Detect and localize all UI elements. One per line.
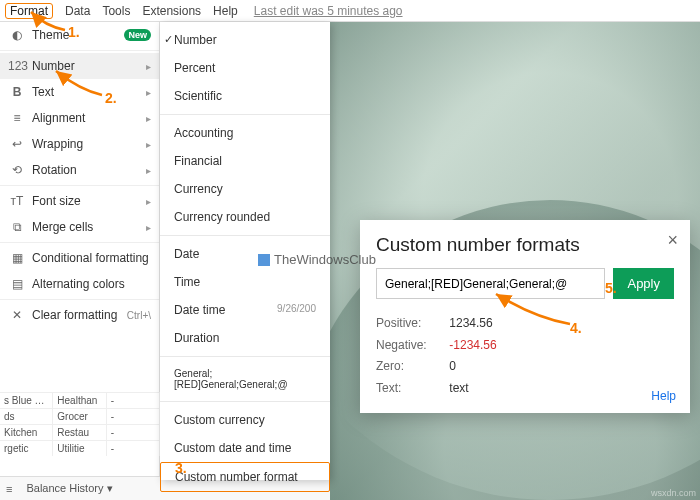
fontsize-label: Font size — [32, 194, 146, 208]
number-icon: 123 — [8, 59, 26, 73]
sidebar-item-clear[interactable]: ✕ Clear formatting Ctrl+\ — [0, 302, 159, 328]
text-icon: B — [8, 85, 26, 99]
chevron-right-icon: ▸ — [146, 165, 151, 176]
rotation-icon: ⟲ — [8, 163, 26, 177]
submenu-generalred[interactable]: General;[RED]General;General;@ — [160, 361, 330, 397]
submenu-currency[interactable]: Currency — [160, 175, 330, 203]
menu-data[interactable]: Data — [65, 4, 90, 18]
rotation-label: Rotation — [32, 163, 146, 177]
format-preview: Positive: 1234.56 Negative: -1234.56 Zer… — [376, 313, 674, 399]
submenu-accounting[interactable]: Accounting — [160, 119, 330, 147]
sidebar-item-conditional[interactable]: ▦ Conditional formatting — [0, 245, 159, 271]
sidebar-item-number[interactable]: 123 Number ▸ — [0, 53, 159, 79]
apply-button[interactable]: Apply — [613, 268, 674, 299]
clear-icon: ✕ — [8, 308, 26, 322]
submenu-date[interactable]: Date — [160, 240, 330, 268]
sidebar-item-alignment[interactable]: ≡ Alignment ▸ — [0, 105, 159, 131]
help-link[interactable]: Help — [651, 389, 676, 403]
sidebar-item-alternating[interactable]: ▤ Alternating colors — [0, 271, 159, 297]
sidebar-item-fontsize[interactable]: тT Font size ▸ — [0, 188, 159, 214]
domain-watermark: wsxdn.com — [651, 488, 696, 498]
merge-label: Merge cells — [32, 220, 146, 234]
menu-tools[interactable]: Tools — [102, 4, 130, 18]
chevron-right-icon: ▸ — [146, 222, 151, 233]
chevron-right-icon: ▸ — [146, 139, 151, 150]
last-edit-info[interactable]: Last edit was 5 minutes ago — [254, 4, 403, 18]
cell[interactable]: rgetic — [0, 441, 53, 456]
cell[interactable]: ds — [0, 409, 53, 424]
chevron-right-icon: ▸ — [146, 196, 151, 207]
dialog-title: Custom number formats — [376, 234, 674, 256]
hamburger-icon[interactable]: ≡ — [6, 483, 12, 495]
wrapping-label: Wrapping — [32, 137, 146, 151]
submenu-custom-currency[interactable]: Custom currency — [160, 406, 330, 434]
chevron-right-icon: ▸ — [146, 113, 151, 124]
submenu-duration[interactable]: Duration — [160, 324, 330, 352]
sidebar-item-wrapping[interactable]: ↩ Wrapping ▸ — [0, 131, 159, 157]
chevron-right-icon: ▸ — [146, 87, 151, 98]
submenu-custom-datetime[interactable]: Custom date and time — [160, 434, 330, 462]
submenu-custom-number-format[interactable]: Custom number format — [160, 462, 330, 492]
menu-extensions[interactable]: Extensions — [142, 4, 201, 18]
alternating-label: Alternating colors — [32, 277, 151, 291]
submenu-percent[interactable]: Percent — [160, 54, 330, 82]
cell[interactable]: - — [107, 393, 160, 408]
alternating-icon: ▤ — [8, 277, 26, 291]
submenu-time[interactable]: Time — [160, 268, 330, 296]
cell[interactable]: Grocer — [53, 409, 106, 424]
alignment-label: Alignment — [32, 111, 146, 125]
submenu-number[interactable]: Number — [160, 26, 330, 54]
fontsize-icon: тT — [8, 194, 26, 208]
sidebar-item-text[interactable]: B Text ▸ — [0, 79, 159, 105]
cell[interactable]: Utilitie — [53, 441, 106, 456]
theme-label: Theme — [32, 28, 124, 42]
menu-help[interactable]: Help — [213, 4, 238, 18]
custom-number-formats-dialog: × Custom number formats Apply Positive: … — [360, 220, 690, 413]
menubar: Format Data Tools Extensions Help Last e… — [0, 0, 700, 22]
cell[interactable]: s Blue Shield — [0, 393, 53, 408]
cell[interactable]: - — [107, 409, 160, 424]
clear-label: Clear formatting — [32, 308, 127, 322]
submenu-datetime[interactable]: Date time9/26/200 — [160, 296, 330, 324]
clear-shortcut: Ctrl+\ — [127, 310, 151, 321]
cell[interactable]: - — [107, 441, 160, 456]
format-sidebar: ◐ Theme New 123 Number ▸ B Text ▸ ≡ Alig… — [0, 22, 160, 480]
conditional-label: Conditional formatting — [32, 251, 151, 265]
menu-format[interactable]: Format — [5, 3, 53, 19]
text-label: Text — [32, 85, 146, 99]
number-label: Number — [32, 59, 146, 73]
conditional-icon: ▦ — [8, 251, 26, 265]
sheet-tab[interactable]: Balance History ▾ — [20, 480, 118, 497]
cell[interactable]: Restau — [53, 425, 106, 440]
sidebar-item-rotation[interactable]: ⟲ Rotation ▸ — [0, 157, 159, 183]
cell[interactable]: - — [107, 425, 160, 440]
sidebar-item-merge[interactable]: ⧉ Merge cells ▸ — [0, 214, 159, 240]
submenu-scientific[interactable]: Scientific — [160, 82, 330, 110]
close-icon[interactable]: × — [667, 230, 678, 251]
new-badge: New — [124, 29, 151, 41]
theme-icon: ◐ — [8, 28, 26, 42]
merge-icon: ⧉ — [8, 220, 26, 234]
submenu-financial[interactable]: Financial — [160, 147, 330, 175]
number-submenu: Number Percent Scientific Accounting Fin… — [160, 22, 330, 480]
cell[interactable]: Healthan — [53, 393, 106, 408]
format-input[interactable] — [376, 268, 605, 299]
wrapping-icon: ↩ — [8, 137, 26, 151]
cell[interactable]: Kitchen — [0, 425, 53, 440]
chevron-right-icon: ▸ — [146, 61, 151, 72]
submenu-currency-rounded[interactable]: Currency rounded — [160, 203, 330, 231]
alignment-icon: ≡ — [8, 111, 26, 125]
sidebar-item-theme[interactable]: ◐ Theme New — [0, 22, 159, 48]
data-grid: s Blue ShieldHealthan- dsGrocer- Kitchen… — [0, 392, 160, 456]
